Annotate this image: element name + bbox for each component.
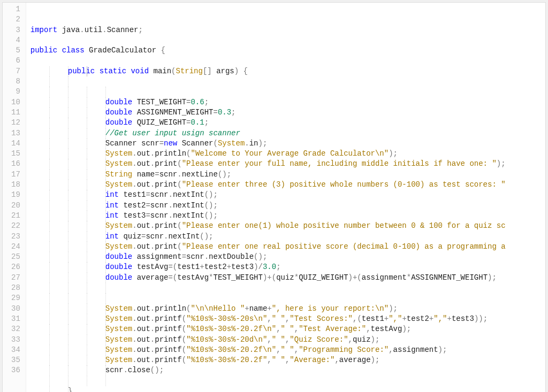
code-line[interactable]: }: [31, 386, 545, 392]
code-line[interactable]: public static void main(String[] args) {: [31, 66, 545, 76]
code-line[interactable]: //Get user input usign scanner: [31, 128, 545, 139]
code-line[interactable]: int test1=scnr.nextInt();: [31, 190, 545, 200]
code-line[interactable]: System.out.printf("%10s%-30s%-20s\n"," "…: [31, 314, 545, 324]
code-line[interactable]: [31, 293, 545, 303]
code-line[interactable]: double assignment=scnr.nextDouble();: [31, 252, 545, 262]
code-line[interactable]: scnr.close();: [31, 365, 545, 375]
code-line[interactable]: [31, 56, 545, 66]
code-line[interactable]: double average=(testAvg*TEST_WEIGHT)+(qu…: [31, 273, 545, 283]
code-line[interactable]: int test2=scnr.nextInt();: [31, 201, 545, 211]
code-line[interactable]: System.out.printf("%10s%-30s%-20.2f\n","…: [31, 345, 545, 355]
code-line[interactable]: [31, 76, 545, 87]
code-line[interactable]: System.out.printf("%10s%-30s%-20.2f\n","…: [31, 324, 545, 334]
code-line[interactable]: double QUIZ_WEIGHT=0.1;: [31, 118, 545, 128]
code-line[interactable]: System.out.print("Please enter three (3)…: [31, 180, 545, 190]
code-line[interactable]: [31, 87, 545, 97]
code-line[interactable]: System.out.printf("%10s%-30s%-20.2f"," "…: [31, 355, 545, 365]
line-number-gutter: 1 2 3 4 5 6 7 8 9 10 11 12 13 14 15 16 1…: [3, 3, 26, 392]
code-line[interactable]: [31, 35, 545, 45]
code-area[interactable]: import java.util.Scanner; public class G…: [26, 3, 545, 392]
code-line[interactable]: System.out.print("Please enter one(1) wh…: [31, 221, 545, 231]
code-line[interactable]: System.out.print("Please enter one real …: [31, 242, 545, 252]
code-line[interactable]: public class GradeCalculator {: [31, 45, 545, 56]
code-editor[interactable]: 1 2 3 4 5 6 7 8 9 10 11 12 13 14 15 16 1…: [2, 2, 546, 392]
code-line[interactable]: [31, 376, 545, 386]
code-line[interactable]: System.out.print("Please enter your full…: [31, 159, 545, 169]
code-line[interactable]: double TEST_WEIGHT=0.6;: [31, 97, 545, 107]
code-line[interactable]: double testAvg=(test1+test2+test3)/3.0;: [31, 262, 545, 272]
code-line[interactable]: System.out.printf("%10s%-30s%-20d\n"," "…: [31, 335, 545, 345]
code-line[interactable]: System.out.println("\n\nHello "+name+", …: [31, 304, 545, 314]
code-line[interactable]: double ASSIGNMENT_WEIGHT=0.3;: [31, 107, 545, 118]
code-line[interactable]: [31, 283, 545, 293]
code-line[interactable]: System.out.println("Welcome to Your Aver…: [31, 149, 545, 159]
code-line[interactable]: import java.util.Scanner;: [31, 25, 545, 35]
code-line[interactable]: String name=scnr.nextLine();: [31, 170, 545, 180]
code-line[interactable]: Scanner scnr=new Scanner(System.in);: [31, 139, 545, 149]
code-line[interactable]: int quiz=scnr.nextInt();: [31, 232, 545, 242]
code-line[interactable]: int test3=scnr.nextInt();: [31, 211, 545, 221]
